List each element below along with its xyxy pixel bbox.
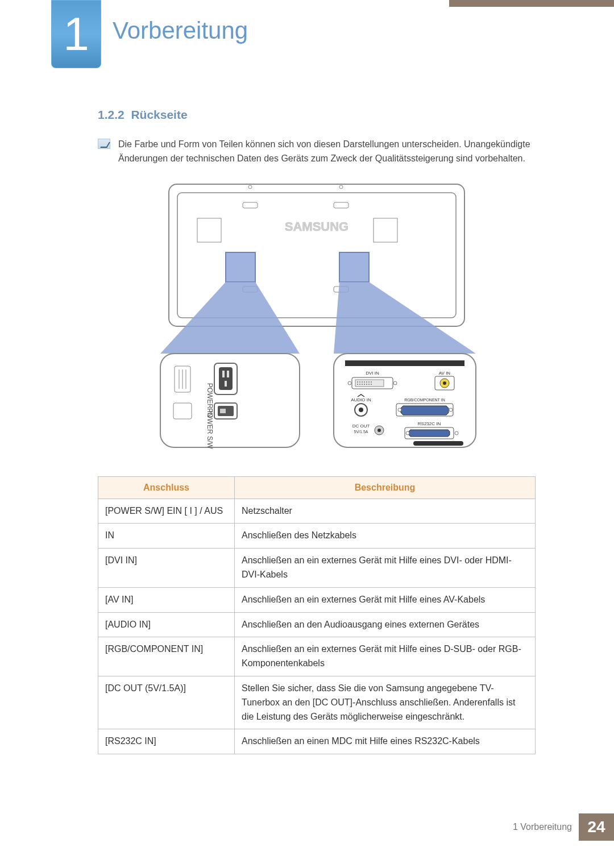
desc-cell: Anschließen an den Audioausgang eines ex… xyxy=(235,612,536,637)
svg-rect-29 xyxy=(345,360,464,366)
svg-rect-8 xyxy=(197,218,221,242)
svg-point-7 xyxy=(339,185,343,189)
port-cell: [AUDIO IN] xyxy=(98,612,235,637)
svg-rect-31 xyxy=(355,380,384,387)
note-block: Die Farbe und Form von Teilen können sic… xyxy=(98,138,536,166)
svg-rect-45 xyxy=(371,384,372,385)
note-text: Die Farbe und Form von Teilen können sic… xyxy=(118,138,536,166)
port-cell: [DVI IN] xyxy=(98,549,235,588)
dc-out-sub-label: 5V/1.5A xyxy=(354,430,368,434)
right-detail: DVI IN AV IN AUDIO IN RGB/COMPONENT IN xyxy=(334,354,476,447)
desc-cell: Anschließen an ein externes Gerät mit Hi… xyxy=(235,549,536,588)
svg-rect-17 xyxy=(222,371,225,377)
port-cell: [POWER S/W] EIN [ I ] / AUS xyxy=(98,499,235,524)
footer-page-number: 24 xyxy=(579,813,614,841)
svg-rect-34 xyxy=(362,381,363,383)
th-desc: Beschreibung xyxy=(235,476,536,499)
top-accent-bar xyxy=(449,0,614,7)
av-in-label: AV IN xyxy=(439,371,451,376)
audio-in-label: AUDIO IN xyxy=(351,397,371,402)
table-row: [AUDIO IN]Anschließen an den Audioausgan… xyxy=(98,612,536,637)
page-footer: 1 Vorbereitung 24 xyxy=(513,813,614,841)
svg-point-6 xyxy=(248,185,252,189)
svg-rect-44 xyxy=(368,384,370,385)
ports-tbody: [POWER S/W] EIN [ I ] / AUSNetzschalterI… xyxy=(98,499,536,754)
table-row: INAnschließen des Netzkabels xyxy=(98,524,536,549)
svg-rect-41 xyxy=(362,384,363,385)
svg-rect-9 xyxy=(374,218,397,242)
port-cell: [AV IN] xyxy=(98,587,235,612)
rear-panel-diagram: SAMSUNG POWER IN POWER S/W xyxy=(146,178,487,463)
dvi-in-label: DVI IN xyxy=(366,371,379,376)
svg-rect-38 xyxy=(371,381,372,383)
chapter-title: Vorbereitung xyxy=(113,17,248,44)
port-cell: [DC OUT (5V/1.5A)] xyxy=(98,676,235,729)
svg-rect-61 xyxy=(413,441,463,446)
desc-cell: Anschließen an ein externes Gerät mit Hi… xyxy=(235,587,536,612)
svg-rect-19 xyxy=(225,381,227,387)
svg-point-58 xyxy=(455,431,458,435)
desc-cell: Anschließen an einen MDC mit Hilfe eines… xyxy=(235,729,536,754)
svg-rect-43 xyxy=(366,384,367,385)
svg-point-60 xyxy=(377,429,381,432)
svg-point-55 xyxy=(449,408,453,412)
desc-cell: Stellen Sie sicher, dass Sie die von Sam… xyxy=(235,676,536,729)
section-number: 1.2.2 xyxy=(98,108,125,121)
svg-rect-42 xyxy=(364,384,365,385)
chapter-number: 1 xyxy=(63,7,89,61)
port-cell: [RGB/COMPONENT IN] xyxy=(98,637,235,676)
svg-point-54 xyxy=(398,408,401,412)
svg-rect-22 xyxy=(220,409,226,413)
svg-point-47 xyxy=(393,381,397,385)
note-icon xyxy=(98,139,110,149)
table-row: [RGB/COMPONENT IN]Anschließen an ein ext… xyxy=(98,637,536,676)
svg-point-52 xyxy=(359,408,363,412)
svg-rect-35 xyxy=(364,381,365,383)
rgb-label: RGB/COMPONENT IN xyxy=(404,398,445,402)
port-cell: IN xyxy=(98,524,235,549)
ports-table: Anschluss Beschreibung [POWER S/W] EIN [… xyxy=(98,476,536,755)
section-title: Rückseite xyxy=(131,108,187,121)
svg-rect-27 xyxy=(173,403,192,419)
section-heading: 1.2.2 Rückseite xyxy=(98,108,536,122)
svg-rect-36 xyxy=(366,381,367,383)
table-row: [POWER S/W] EIN [ I ] / AUSNetzschalter xyxy=(98,499,536,524)
svg-rect-11 xyxy=(339,252,369,282)
svg-rect-3 xyxy=(334,202,349,208)
rs232c-label: RS232C IN xyxy=(418,421,441,426)
table-row: [DVI IN]Anschließen an ein externes Gerä… xyxy=(98,549,536,588)
svg-rect-33 xyxy=(359,381,360,383)
left-detail: POWER IN POWER S/W xyxy=(160,354,300,449)
table-row: [AV IN]Anschließen an ein externes Gerät… xyxy=(98,587,536,612)
svg-rect-2 xyxy=(243,202,258,208)
svg-point-50 xyxy=(443,381,446,385)
svg-point-46 xyxy=(348,381,351,385)
svg-rect-40 xyxy=(359,384,360,385)
chapter-badge: 1 xyxy=(51,0,101,68)
desc-cell: Netzschalter xyxy=(235,499,536,524)
svg-rect-10 xyxy=(226,252,255,282)
th-port: Anschluss xyxy=(98,476,235,499)
svg-rect-39 xyxy=(357,384,358,385)
svg-rect-32 xyxy=(357,381,358,383)
dc-out-label: DC OUT xyxy=(352,423,370,429)
desc-cell: Anschließen an ein externes Gerät mit Hi… xyxy=(235,637,536,676)
svg-rect-18 xyxy=(227,371,229,377)
desc-cell: Anschließen des Netzkabels xyxy=(235,524,536,549)
table-row: [RS232C IN]Anschließen an einen MDC mit … xyxy=(98,729,536,754)
power-sw-label: POWER S/W xyxy=(206,408,214,449)
svg-point-57 xyxy=(406,431,409,435)
brand-text: SAMSUNG xyxy=(285,219,349,234)
svg-rect-37 xyxy=(368,381,370,383)
table-row: [DC OUT (5V/1.5A)]Stellen Sie sicher, da… xyxy=(98,676,536,729)
footer-label: 1 Vorbereitung xyxy=(513,822,572,832)
port-cell: [RS232C IN] xyxy=(98,729,235,754)
